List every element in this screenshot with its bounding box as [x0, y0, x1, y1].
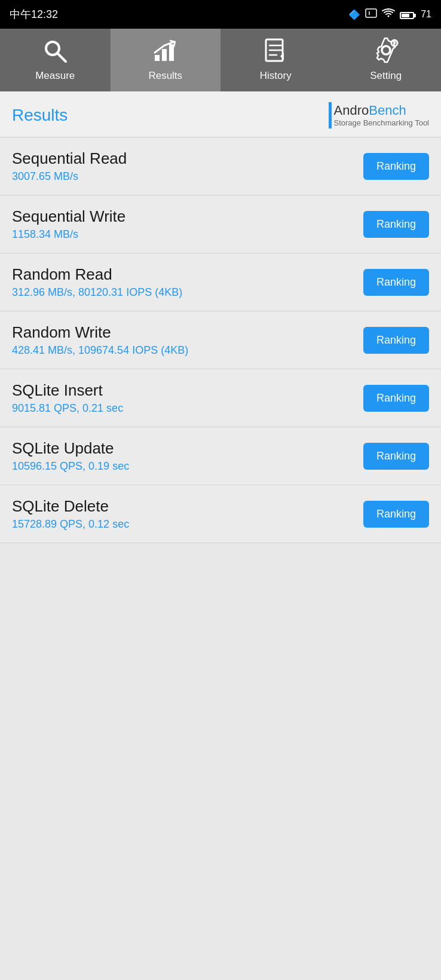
result-list: Sequential Read 3007.65 MB/s Ranking Seq… — [0, 137, 441, 543]
measure-icon — [42, 37, 68, 66]
brand-subtitle: Storage Benchmarking Tool — [334, 118, 429, 128]
svg-rect-0 — [366, 9, 376, 17]
tab-measure-label: Measure — [35, 70, 75, 82]
battery-icon — [400, 9, 416, 20]
ranking-button-6[interactable]: Ranking — [363, 501, 429, 528]
history-icon — [262, 37, 289, 66]
svg-point-11 — [382, 46, 390, 54]
results-icon — [152, 37, 179, 66]
ranking-button-0[interactable]: Ranking — [363, 153, 429, 180]
result-name-1: Sequential Write — [12, 207, 363, 226]
ranking-button-3[interactable]: Ranking — [363, 327, 429, 354]
battery-percent: 71 — [421, 9, 431, 20]
result-value-5: 10596.15 QPS, 0.19 sec — [12, 460, 363, 473]
result-name-5: SQLite Update — [12, 439, 363, 458]
status-bar: 中午12:32 🔷 — [0, 0, 441, 29]
main-content: Results AndroBench Storage Benchmarking … — [0, 91, 441, 965]
results-header: Results AndroBench Storage Benchmarking … — [0, 91, 441, 137]
result-value-6: 15728.89 QPS, 0.12 sec — [12, 518, 363, 531]
result-item-sequential-write: Sequential Write 1158.34 MB/s Ranking — [0, 195, 441, 253]
status-icons: 🔷 71 — [348, 8, 431, 20]
brand-logo: AndroBench Storage Benchmarking Tool — [329, 102, 429, 128]
tab-history-label: History — [260, 70, 292, 82]
result-name-4: SQLite Insert — [12, 381, 363, 400]
ranking-button-2[interactable]: Ranking — [363, 269, 429, 296]
result-name-0: Sequential Read — [12, 149, 363, 168]
page-title: Results — [12, 106, 68, 125]
tab-history[interactable]: History — [220, 29, 331, 91]
result-name-6: SQLite Delete — [12, 497, 363, 516]
ranking-button-1[interactable]: Ranking — [363, 211, 429, 238]
result-value-3: 428.41 MB/s, 109674.54 IOPS (4KB) — [12, 344, 363, 357]
svg-line-3 — [57, 53, 66, 62]
ranking-button-4[interactable]: Ranking — [363, 385, 429, 412]
wifi-icon — [382, 8, 395, 20]
brand-bar-accent — [329, 102, 332, 128]
tab-setting-label: Setting — [370, 70, 402, 82]
brand-name: AndroBench — [334, 103, 429, 118]
tab-measure[interactable]: Measure — [0, 29, 111, 91]
status-time: 中午12:32 — [10, 7, 58, 22]
tab-setting[interactable]: Setting — [331, 29, 442, 91]
result-name-3: Random Write — [12, 323, 363, 342]
result-item-sqlite-insert: SQLite Insert 9015.81 QPS, 0.21 sec Rank… — [0, 369, 441, 427]
svg-rect-5 — [162, 49, 167, 61]
result-value-0: 3007.65 MB/s — [12, 170, 363, 183]
brand-name-bench: Bench — [369, 103, 406, 118]
brand-name-andro: Andro — [334, 103, 369, 118]
result-item-random-read: Random Read 312.96 MB/s, 80120.31 IOPS (… — [0, 253, 441, 311]
result-item-random-write: Random Write 428.41 MB/s, 109674.54 IOPS… — [0, 311, 441, 369]
sim-icon — [365, 8, 377, 20]
result-item-sqlite-delete: SQLite Delete 15728.89 QPS, 0.12 sec Ran… — [0, 485, 441, 543]
tab-results[interactable]: Results — [111, 29, 221, 91]
tab-results-label: Results — [148, 70, 182, 82]
result-value-1: 1158.34 MB/s — [12, 228, 363, 241]
result-item-sqlite-update: SQLite Update 10596.15 QPS, 0.19 sec Ran… — [0, 427, 441, 485]
result-value-4: 9015.81 QPS, 0.21 sec — [12, 402, 363, 415]
setting-icon — [373, 37, 399, 66]
ranking-button-5[interactable]: Ranking — [363, 443, 429, 470]
svg-rect-4 — [155, 55, 160, 61]
app-icon: 🔷 — [348, 9, 360, 20]
result-item-sequential-read: Sequential Read 3007.65 MB/s Ranking — [0, 137, 441, 195]
result-name-2: Random Read — [12, 265, 363, 284]
tab-navigation: Measure Results History — [0, 29, 441, 91]
result-value-2: 312.96 MB/s, 80120.31 IOPS (4KB) — [12, 286, 363, 299]
